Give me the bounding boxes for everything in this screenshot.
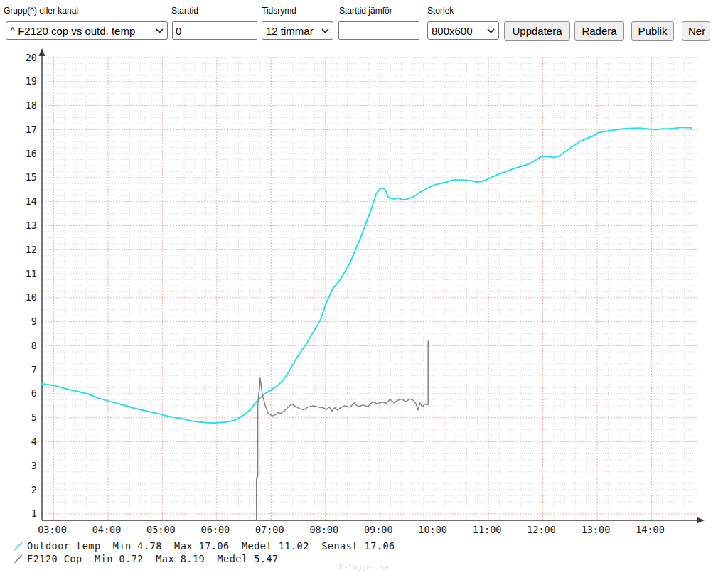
svg-text:17: 17 [26,124,37,135]
svg-text:12:00: 12:00 [527,524,556,535]
svg-text:11:00: 11:00 [473,524,502,535]
legend-row-f2120-cop: F2120 Cop Min 0.72 Max 8.19 Medel 5.47 [14,553,279,564]
svg-text:14:00: 14:00 [636,524,665,535]
svg-text:5: 5 [31,412,37,423]
svg-text:08:00: 08:00 [309,524,338,535]
svg-text:4: 4 [31,436,37,447]
svg-text:05:00: 05:00 [146,524,176,535]
y-tick-labels: 1234567891011121314151617181920 [26,52,37,520]
svg-text:7: 7 [31,364,37,375]
svg-text:07:00: 07:00 [255,524,284,535]
svg-text:10:00: 10:00 [418,524,447,535]
y-axis-arrow-icon [39,48,46,56]
grid-major-lines [42,58,697,520]
svg-text:2: 2 [31,484,37,495]
x-tick-labels: 03:0004:0005:0006:0007:0008:0009:0010:00… [38,524,665,535]
svg-text:11: 11 [26,268,37,279]
svg-text:8: 8 [31,340,37,351]
legend-text-outdoor-temp: Outdoor temp Min 4.78 Max 17.06 Medel 11… [27,540,395,552]
svg-text:20: 20 [26,52,37,63]
legend-text-f2120-cop: F2120 Cop Min 0.72 Max 8.19 Medel 5.47 [27,553,279,564]
svg-text:09:00: 09:00 [364,524,393,535]
svg-text:14: 14 [26,195,37,207]
app-window: Grupp(^) eller kanal Starttid Tidsrymd S… [0,0,728,580]
f2120-cop-line-swatch-icon [14,554,23,564]
svg-text:06:00: 06:00 [201,524,230,535]
svg-text:6: 6 [31,387,37,399]
svg-text:03:00: 03:00 [38,524,67,535]
svg-text:19: 19 [26,75,37,87]
svg-text:12: 12 [26,244,37,255]
svg-text:1: 1 [31,508,37,519]
outdoor-temp-line-swatch-icon [14,542,23,551]
swatch-line [14,542,22,550]
legend-row-outdoor-temp: Outdoor temp Min 4.78 Max 17.06 Medel 11… [14,540,395,552]
svg-text:16: 16 [26,148,37,159]
x-axis-arrow-icon [697,517,705,524]
swatch-line [14,555,22,563]
svg-text:10: 10 [26,291,37,303]
svg-text:15: 15 [26,171,37,183]
svg-text:13:00: 13:00 [582,524,611,535]
svg-text:13: 13 [26,220,37,231]
chart-plot-area: 03:0004:0005:0006:0007:0008:0009:0010:00… [0,0,728,580]
elogger-watermark: E-logger.se [339,564,390,571]
svg-text:3: 3 [31,460,37,471]
grid-minor-lines [42,58,697,520]
svg-text:9: 9 [31,316,37,327]
svg-text:04:00: 04:00 [92,524,122,535]
svg-text:18: 18 [26,100,37,111]
